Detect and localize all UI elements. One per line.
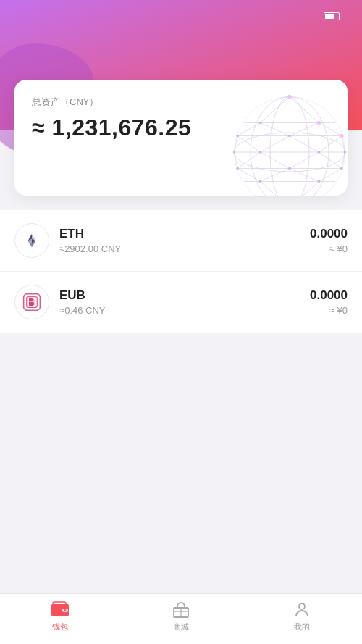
eub-price: ≈0.46 CNY — [59, 305, 310, 316]
eub-icon-wrap — [14, 285, 49, 319]
svg-line-30 — [319, 136, 342, 153]
wallet-icon — [51, 600, 70, 619]
svg-line-23 — [261, 136, 290, 153]
eth-info: ETH ≈2902.00 CNY — [59, 227, 310, 254]
asset-card[interactable]: 总资产（CNY） ≈ 1,231,676.25 — [14, 80, 348, 196]
svg-point-51 — [340, 134, 343, 138]
tab-bar: 钱包 商城 我的 — [0, 593, 362, 644]
svg-line-26 — [290, 152, 319, 169]
eub-symbol: EUB — [59, 288, 310, 303]
svg-line-24 — [290, 136, 319, 153]
tab-wallet-label: 钱包 — [52, 622, 68, 632]
eth-cny: ≈ ¥0 — [310, 243, 348, 254]
eub-cny: ≈ ¥0 — [310, 305, 348, 316]
svg-line-12 — [319, 123, 342, 136]
svg-point-38 — [233, 151, 236, 154]
svg-point-68 — [299, 603, 305, 609]
tab-profile[interactable]: 我的 — [241, 600, 362, 632]
sphere-decoration — [224, 87, 348, 196]
eub-amount: 0.0000 — [310, 288, 348, 303]
eub-info: EUB ≈0.46 CNY — [59, 288, 310, 316]
eth-amount: 0.0000 — [310, 227, 348, 241]
svg-line-28 — [290, 169, 319, 182]
svg-line-32 — [319, 152, 342, 169]
svg-point-48 — [288, 167, 291, 170]
approx-symbol: ≈ — [32, 114, 45, 141]
svg-line-21 — [261, 123, 290, 136]
tab-shop-label: 商城 — [173, 622, 189, 632]
svg-point-42 — [259, 180, 262, 183]
svg-point-47 — [318, 151, 321, 154]
svg-point-46 — [259, 151, 262, 154]
main-content: 总资产（CNY） ≈ 1,231,676.25 — [0, 68, 362, 593]
svg-point-40 — [236, 167, 239, 170]
tab-profile-label: 我的 — [294, 622, 310, 632]
eth-icon-wrap — [14, 223, 49, 258]
svg-point-45 — [288, 135, 291, 138]
svg-line-31 — [237, 152, 261, 169]
asset-value: 1,231,676.25 — [51, 114, 191, 141]
eth-price: ≈2902.00 CNY — [59, 243, 310, 254]
svg-line-25 — [261, 152, 290, 169]
eub-balance: 0.0000 ≈ ¥0 — [310, 288, 348, 316]
svg-point-50 — [317, 121, 321, 125]
shop-icon — [172, 600, 190, 619]
coin-item-eth[interactable]: ETH ≈2902.00 CNY 0.0000 ≈ ¥0 — [0, 210, 362, 272]
svg-point-41 — [340, 167, 343, 170]
svg-point-36 — [236, 135, 239, 138]
eth-symbol: ETH — [59, 227, 310, 241]
eub-icon — [22, 293, 41, 311]
tab-wallet[interactable]: 钱包 — [0, 600, 121, 632]
battery-icon — [324, 12, 342, 20]
svg-point-64 — [64, 609, 67, 611]
svg-rect-62 — [51, 604, 69, 609]
svg-line-29 — [237, 136, 261, 153]
svg-line-27 — [261, 169, 290, 182]
profile-icon — [292, 600, 311, 619]
tab-shop[interactable]: 商城 — [121, 600, 242, 632]
svg-point-43 — [318, 180, 321, 183]
svg-line-17 — [237, 169, 261, 182]
svg-point-39 — [344, 151, 347, 154]
svg-line-11 — [237, 123, 261, 136]
coin-list: ETH ≈2902.00 CNY 0.0000 ≈ ¥0 EUB — [0, 210, 362, 333]
svg-point-49 — [287, 95, 291, 99]
svg-point-3 — [270, 97, 309, 196]
svg-line-22 — [290, 123, 319, 136]
svg-line-18 — [319, 169, 342, 182]
coin-item-eub[interactable]: EUB ≈0.46 CNY 0.0000 ≈ ¥0 — [0, 272, 362, 333]
eth-balance: 0.0000 ≈ ¥0 — [310, 227, 348, 254]
svg-point-34 — [259, 122, 262, 125]
eth-icon — [24, 233, 40, 248]
